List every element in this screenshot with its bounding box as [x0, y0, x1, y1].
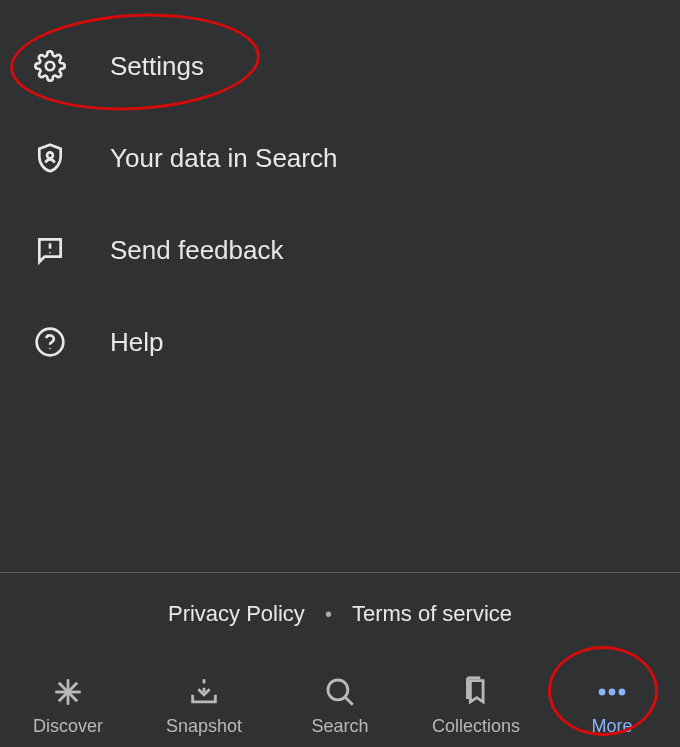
menu-list: Settings Your data in Search Send feedba…: [0, 0, 680, 572]
nav-item-snapshot[interactable]: Snapshot: [136, 674, 272, 737]
menu-item-label: Send feedback: [110, 235, 283, 266]
svg-point-15: [619, 689, 626, 696]
footer-separator: •: [325, 603, 332, 626]
shield-account-icon: [30, 138, 70, 178]
nav-item-discover[interactable]: Discover: [0, 674, 136, 737]
nav-label: Discover: [33, 716, 103, 737]
nav-label: Search: [311, 716, 368, 737]
nav-label: Snapshot: [166, 716, 242, 737]
footer-links: Privacy Policy • Terms of service: [0, 573, 680, 655]
svg-point-5: [49, 348, 51, 350]
more-horizontal-icon: [594, 674, 630, 710]
bottom-nav: Discover Snapshot Search Collections Mor…: [0, 655, 680, 747]
nav-item-search[interactable]: Search: [272, 674, 408, 737]
svg-point-14: [609, 689, 616, 696]
bookmarks-icon: [458, 674, 494, 710]
menu-item-help[interactable]: Help: [0, 296, 680, 388]
nav-label: More: [591, 716, 632, 737]
nav-label: Collections: [432, 716, 520, 737]
svg-point-13: [599, 689, 606, 696]
menu-item-your-data[interactable]: Your data in Search: [0, 112, 680, 204]
inbox-arrow-icon: [186, 674, 222, 710]
help-icon: [30, 322, 70, 362]
nav-item-collections[interactable]: Collections: [408, 674, 544, 737]
menu-item-settings[interactable]: Settings: [0, 20, 680, 112]
feedback-icon: [30, 230, 70, 270]
menu-item-label: Help: [110, 327, 163, 358]
svg-point-11: [328, 680, 348, 700]
search-icon: [322, 674, 358, 710]
gear-icon: [30, 46, 70, 86]
terms-of-service-link[interactable]: Terms of service: [352, 601, 512, 627]
svg-line-12: [345, 697, 353, 705]
nav-item-more[interactable]: More: [544, 674, 680, 737]
menu-item-send-feedback[interactable]: Send feedback: [0, 204, 680, 296]
privacy-policy-link[interactable]: Privacy Policy: [168, 601, 305, 627]
svg-point-3: [49, 252, 51, 254]
menu-item-label: Settings: [110, 51, 204, 82]
menu-item-label: Your data in Search: [110, 143, 337, 174]
svg-point-0: [46, 62, 55, 71]
asterisk-icon: [50, 674, 86, 710]
svg-point-1: [47, 152, 53, 158]
